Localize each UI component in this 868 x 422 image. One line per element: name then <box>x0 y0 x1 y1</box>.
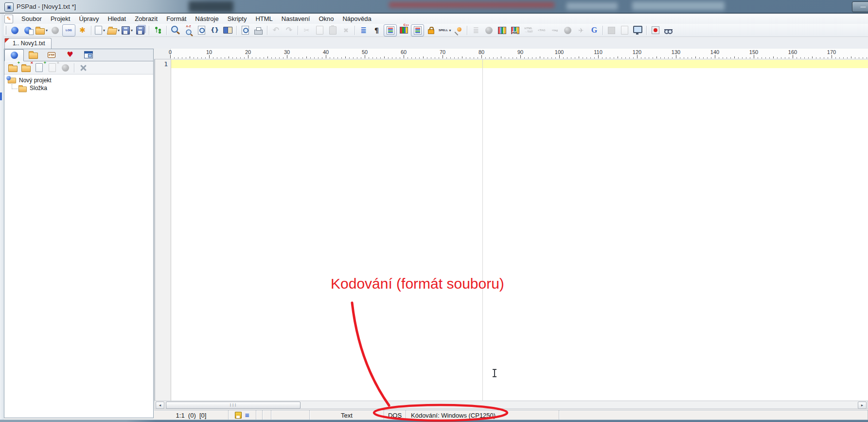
replace-button[interactable]: A-Z <box>182 25 195 36</box>
undo-button[interactable]: ↶ <box>270 25 282 36</box>
scrollbar-thumb[interactable]: ||| <box>166 402 301 409</box>
menu-nastroje[interactable]: Nástroje <box>191 14 223 24</box>
menu-format[interactable]: Formát <box>162 14 191 24</box>
files-panel-tab[interactable] <box>24 49 42 60</box>
menu-skripty[interactable]: Skripty <box>223 14 251 24</box>
horizontal-scrollbar[interactable]: ◄ ||| ► <box>154 401 868 409</box>
ftp-panel-tab[interactable]: FTP <box>48 52 55 58</box>
toolbar-items: ▾LOG✱▾▾▾A-Z{}↶↷✂✖≣¶SPELL▾≣HTML →TXT<TAG<… <box>8 24 675 37</box>
tag-case-button[interactable]: <tag <box>549 25 561 36</box>
windows-panel-tab[interactable] <box>84 51 93 58</box>
status-line-ending[interactable]: DOS <box>384 410 406 420</box>
files-panel-tab[interactable] <box>29 51 38 59</box>
project-panel-tab[interactable] <box>4 49 24 61</box>
print-button[interactable] <box>252 25 265 36</box>
ftp-panel-tab[interactable]: FTP <box>42 49 61 60</box>
status-highlighter[interactable]: Text <box>310 410 384 420</box>
background-window-blur <box>632 1 725 10</box>
menu-okno[interactable]: Okno <box>314 14 338 24</box>
dropdown-caret-icon[interactable]: ▾ <box>131 28 133 33</box>
stay-on-top-button[interactable] <box>452 25 464 36</box>
copy-button[interactable] <box>314 25 326 36</box>
menu-soubor[interactable]: Soubor <box>17 14 46 24</box>
document-tab[interactable]: 1.. Novy1.txt <box>4 38 52 49</box>
remove-file-button[interactable]: × <box>46 62 58 73</box>
menu-hledat[interactable]: Hledat <box>104 14 131 24</box>
compare-button[interactable] <box>619 25 631 36</box>
scroll-left-arrow[interactable]: ◄ <box>156 402 164 409</box>
preview-glasses-button[interactable] <box>662 25 674 36</box>
remove-tags-button[interactable]: <TAG <box>535 25 548 36</box>
lock-highlighter-button[interactable] <box>425 25 437 36</box>
scroll-right-arrow[interactable]: ► <box>858 402 867 409</box>
text-area[interactable]: 1 <box>154 59 868 401</box>
project-settings-button[interactable]: ✱ <box>76 25 89 36</box>
menu-nastaveni[interactable]: Nastavení <box>277 14 315 24</box>
ruler-label: 170 <box>827 49 836 55</box>
indent-button[interactable]: ≣ <box>470 25 482 36</box>
new-file-button[interactable]: ▾ <box>94 25 106 36</box>
ascii-table-button[interactable] <box>509 25 521 36</box>
menu-upravy[interactable]: Úpravy <box>74 14 103 24</box>
dropdown-caret-icon[interactable]: ▾ <box>449 28 451 33</box>
menu-html[interactable]: HTML <box>251 14 277 24</box>
sort-icon <box>485 27 493 34</box>
dropdown-caret-icon[interactable]: ▾ <box>103 28 105 33</box>
add-file-button[interactable]: + <box>33 62 45 73</box>
file-explorer-button[interactable] <box>152 25 164 36</box>
show-control-chars-button[interactable]: ¶ <box>371 25 383 36</box>
menu-zobrazit[interactable]: Zobrazit <box>130 14 162 24</box>
record-macro-button[interactable] <box>649 25 661 36</box>
save-all-button[interactable] <box>134 25 146 36</box>
misc-sphere-button[interactable] <box>562 25 574 36</box>
project-log-button[interactable]: LOG <box>62 24 75 37</box>
project-panel-tab[interactable] <box>11 52 18 59</box>
syntax-list-button[interactable] <box>384 24 397 37</box>
open-file-button[interactable]: ▾ <box>107 25 120 36</box>
paper-plane-button[interactable]: ✈ <box>575 25 587 36</box>
dictionary-button[interactable] <box>222 25 234 36</box>
sort-button[interactable] <box>483 25 495 36</box>
search-button[interactable] <box>169 25 181 36</box>
favorites-panel-tab[interactable]: ♥ <box>67 51 73 58</box>
dropdown-caret-icon[interactable]: ▾ <box>118 28 120 33</box>
ruler-tick <box>555 57 556 58</box>
favorites-panel-tab[interactable]: ♥ <box>61 49 79 60</box>
char-table-button[interactable] <box>496 25 508 36</box>
google-button[interactable]: G <box>588 25 600 36</box>
tree-item-slo-ka[interactable]: Složka <box>7 84 153 92</box>
minimize-button[interactable]: — <box>852 1 868 12</box>
status-encoding[interactable]: Kódování: Windows (CP1250) <box>406 410 559 420</box>
add-folder-button[interactable]: + <box>7 62 19 73</box>
cut-button[interactable]: ✂ <box>301 25 313 36</box>
html-to-text-button[interactable]: HTML →TXT <box>522 25 534 36</box>
highlighter-list-button[interactable] <box>411 24 424 37</box>
close-project-button[interactable] <box>49 25 61 36</box>
monitor-button[interactable] <box>632 25 644 36</box>
pspad-app-icon[interactable]: ▣ <box>4 2 14 12</box>
highlighter-settings-button[interactable] <box>398 25 410 36</box>
dropdown-caret-icon[interactable]: ▾ <box>46 28 48 33</box>
search-in-files-button[interactable] <box>195 25 208 36</box>
print-preview-button[interactable] <box>239 25 251 36</box>
reopen-project-button[interactable]: ▾ <box>35 25 48 36</box>
toolbar-grip[interactable] <box>4 26 6 35</box>
redo-button[interactable]: ↷ <box>283 25 295 36</box>
spell-check-button[interactable]: SPELL▾ <box>438 25 451 36</box>
menu-napoveda[interactable]: Nápověda <box>338 14 375 24</box>
project-tools-button[interactable] <box>77 62 89 73</box>
project-sphere-button[interactable] <box>59 62 71 73</box>
paste-button[interactable] <box>327 25 339 36</box>
fullscreen-button[interactable] <box>605 25 618 36</box>
save-file-button[interactable]: ▾ <box>121 25 133 36</box>
windows-panel-tab[interactable] <box>79 49 98 60</box>
menu-projekt[interactable]: Projekt <box>46 14 74 24</box>
open-project-button[interactable] <box>22 25 34 36</box>
reformat-button[interactable]: ≣ <box>357 25 370 36</box>
code-explorer-button[interactable]: {} <box>209 25 221 36</box>
tree-item-nov-projekt[interactable]: Nový projekt <box>7 76 153 84</box>
delete-button[interactable]: ✖ <box>340 25 352 36</box>
remove-folder-button[interactable]: × <box>20 62 32 73</box>
status-caret-position[interactable]: 1:1 (0) [0] <box>154 410 229 420</box>
new-project-button[interactable] <box>9 25 21 36</box>
